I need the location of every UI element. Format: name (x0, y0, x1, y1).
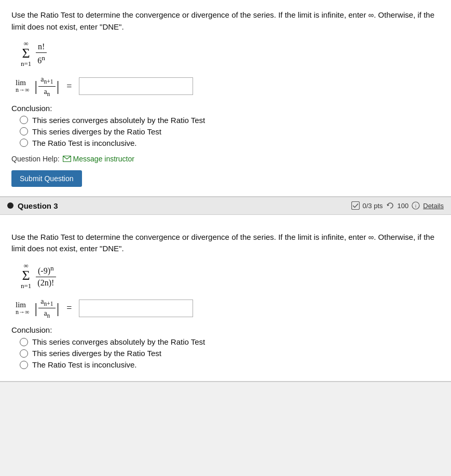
q3-series-fraction: (-9)n (2n)! (35, 264, 56, 288)
q3-answer-input[interactable] (79, 300, 193, 317)
question3-details[interactable]: Details (423, 202, 444, 210)
q3-option3[interactable]: The Ratio Test is inconclusive. (20, 360, 440, 369)
svg-text:i: i (415, 203, 416, 209)
radio-circle-1 (20, 116, 28, 124)
question3-header-left: Question 3 (7, 201, 58, 210)
q3-sigma-sub: n=1 (21, 282, 31, 289)
q3-radio-circle-2 (20, 349, 28, 358)
q2-answer-input[interactable] (79, 77, 193, 95)
q3-equals-sign: = (66, 303, 72, 314)
q3-abs-bar-left: | (35, 301, 38, 316)
q2-option3-text: The Ratio Test is inconclusive. (32, 139, 136, 147)
q2-series: ∞ Σ n=1 n! 6n (21, 40, 440, 67)
message-instructor-text: Message instructor (73, 155, 134, 163)
q3-sigma-sym: Σ (22, 269, 30, 282)
q3-series-numerator: (-9)n (36, 264, 56, 277)
q2-option1[interactable]: This series converges absolutely by the … (20, 116, 440, 125)
q3-series: ∞ Σ n=1 (-9)n (2n)! (21, 262, 440, 289)
abs-bar-right: | (57, 79, 60, 93)
info-icon: i (412, 201, 420, 210)
lim-block: lim n→∞ (16, 78, 30, 94)
q3-series-denominator: (2n)! (35, 277, 56, 288)
q3-radio-circle-3 (20, 361, 28, 369)
series-denominator: 6n (35, 53, 47, 65)
question3-pts: 0/3 pts (363, 202, 383, 210)
q3-sigma-block: ∞ Σ n=1 (21, 262, 31, 289)
radio-circle-3 (20, 139, 28, 147)
bullet-dot (7, 202, 13, 209)
q3-abs-frac-container: | an+1 an | (35, 297, 60, 320)
q2-option2[interactable]: This series diverges by the Ratio Test (20, 127, 440, 136)
help-label: Question Help: (11, 155, 60, 163)
q3-radio-circle-1 (20, 338, 28, 346)
q3-option2[interactable]: This series diverges by the Ratio Test (20, 349, 440, 358)
radio-circle-2 (20, 127, 28, 135)
q3-lim-sub: n→∞ (16, 308, 30, 316)
inner-frac-den: an (42, 87, 52, 98)
sigma-sym: Σ (22, 47, 30, 60)
q2-instructions: Use the Ratio Test to determine the conv… (11, 9, 440, 33)
q3-inner-frac-num: an+1 (38, 297, 55, 309)
question2-block: Use the Ratio Test to determine the conv… (0, 0, 451, 197)
abs-bar-left: | (35, 79, 38, 93)
q3-conclusion-label: Conclusion: (11, 325, 440, 334)
question3-label: Question 3 (18, 201, 58, 210)
inner-fraction: an+1 an (38, 75, 55, 98)
sigma-block: ∞ Σ n=1 (21, 40, 31, 67)
q3-lim-block: lim n→∞ (16, 301, 30, 316)
q3-instructions: Use the Ratio Test to determine the conv… (11, 232, 440, 255)
submit-question-button[interactable]: Submit Question (11, 170, 82, 187)
series-numerator: n! (36, 42, 47, 53)
lim-sub: n→∞ (16, 86, 30, 94)
q2-limit-row: lim n→∞ | an+1 an | = (16, 75, 440, 98)
question-help-row: Question Help: Message instructor (11, 155, 440, 163)
q3-option1-text: This series converges absolutely by the … (32, 337, 205, 346)
retry-icon (386, 201, 394, 210)
message-instructor-link[interactable]: Message instructor (63, 155, 134, 163)
q3-inner-frac-den: an (42, 308, 52, 319)
question3-content: Use the Ratio Test to determine the conv… (0, 222, 451, 383)
question3-tries: 100 (398, 202, 409, 210)
abs-frac-container: | an+1 an | (35, 75, 60, 98)
q2-option1-text: This series converges absolutely by the … (32, 116, 205, 125)
sigma-sub: n=1 (21, 60, 31, 67)
question3-block: Question 3 0/3 pts 100 i Details (0, 197, 451, 383)
q2-option3[interactable]: The Ratio Test is inconclusive. (20, 139, 440, 147)
envelope-icon (63, 156, 71, 162)
q2-conclusion-label: Conclusion: (11, 104, 440, 113)
inner-frac-num: an+1 (38, 75, 55, 87)
question3-header: Question 3 0/3 pts 100 i Details (0, 197, 451, 215)
equals-sign: = (66, 81, 72, 92)
q3-abs-bar-right: | (57, 301, 60, 316)
page-container: Use the Ratio Test to determine the conv… (0, 0, 451, 382)
q2-option2-text: This series diverges by the Ratio Test (32, 127, 161, 136)
series-fraction: n! 6n (35, 42, 47, 65)
q3-option3-text: The Ratio Test is inconclusive. (32, 360, 136, 369)
question3-meta: 0/3 pts 100 i Details (351, 201, 444, 210)
checkbox-icon (351, 201, 360, 210)
q3-limit-row: lim n→∞ | an+1 an | = (16, 297, 440, 320)
q3-option2-text: This series diverges by the Ratio Test (32, 349, 161, 358)
q3-inner-fraction: an+1 an (38, 297, 55, 320)
q3-option1[interactable]: This series converges absolutely by the … (20, 337, 440, 346)
svg-rect-1 (351, 202, 359, 210)
